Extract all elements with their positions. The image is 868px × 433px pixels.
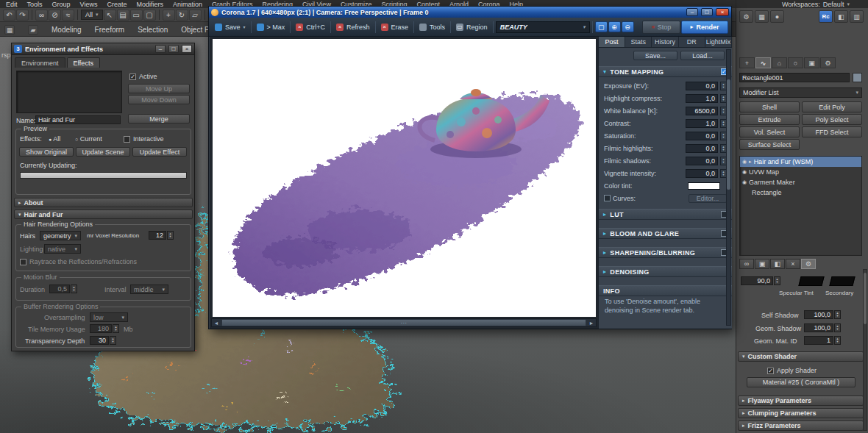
stack-item-uvw-map[interactable]: ◉ UVW Map <box>740 167 861 177</box>
material-editor-icon[interactable]: ◧ <box>834 10 848 23</box>
visibility-icon[interactable]: ◉ <box>742 159 747 165</box>
layer-manager-icon[interactable]: ▥ <box>850 10 864 23</box>
section-bloom-glare[interactable]: ▸ BLOOM AND GLARE <box>599 228 732 239</box>
ribbon-tab-modeling[interactable]: Modeling <box>51 26 82 34</box>
duration-spinner[interactable] <box>71 285 77 293</box>
zoom-fit-button[interactable]: ▢ <box>595 21 608 32</box>
radio-current[interactable]: ○ Current <box>75 135 102 143</box>
bind-spacewarp-icon[interactable]: ≈ <box>62 10 74 21</box>
tab-stats[interactable]: Stats <box>625 37 652 47</box>
refresh-button[interactable]: × Refresh <box>333 21 373 34</box>
render-setup-icon[interactable]: ⚙ <box>739 10 753 23</box>
apply-shader-checkbox[interactable]: Apply Shader <box>767 367 817 374</box>
modifier-button-ffd-select[interactable]: FFD Select <box>802 126 862 137</box>
highlight-compress-field[interactable]: 1,0 <box>686 94 718 103</box>
render-button[interactable]: ▸ Render <box>681 21 728 34</box>
transparency-spinner[interactable] <box>110 336 116 345</box>
effect-name-field[interactable]: Hair and Fur <box>35 115 121 124</box>
visibility-icon[interactable]: ◉ <box>742 169 747 175</box>
filmic-highlights-field[interactable]: 0,0 <box>686 144 718 153</box>
copy-button[interactable]: × Ctrl+C <box>293 21 328 34</box>
effects-listbox[interactable] <box>16 71 122 113</box>
section-info[interactable]: INFO <box>599 285 732 296</box>
send-to-max-button[interactable]: > Max <box>254 21 288 34</box>
saturation-field[interactable]: 0,0 <box>686 132 718 140</box>
geom-mat-id-field[interactable]: 1 <box>804 336 833 345</box>
modifier-button-poly-select[interactable]: Poly Select <box>802 114 862 125</box>
specular-value-field[interactable]: 90,0 <box>741 276 773 285</box>
select-rotate-icon[interactable]: ↻ <box>176 10 188 21</box>
secondary-swatch[interactable] <box>829 276 855 286</box>
tab-history[interactable]: History <box>652 37 678 47</box>
geom-shadow-field[interactable]: 100,0 <box>804 323 833 332</box>
transparency-depth-field[interactable]: 30 <box>90 336 109 345</box>
scroll-right-icon[interactable]: ► <box>587 319 596 326</box>
zoom-out-button[interactable]: ⊖ <box>622 21 634 32</box>
tab-environment[interactable]: Environment <box>15 57 65 68</box>
corona-badge-icon[interactable]: Rc <box>819 10 833 23</box>
configure-modifier-sets-icon[interactable]: ⚙ <box>801 259 816 269</box>
rollout-hair-and-fur[interactable]: ▾ Hair and Fur <box>14 210 193 219</box>
modifier-button-surface-select[interactable]: Surface Select <box>739 139 800 150</box>
workspaces-selector[interactable]: Workspaces: Default ▾ <box>736 0 868 8</box>
voxel-resolution-field[interactable]: 12 <box>149 231 166 240</box>
section-tone-mapping[interactable]: ▾ TONE MAPPING <box>599 66 732 77</box>
region-button[interactable]: ▭ Region <box>453 21 491 34</box>
object-color-swatch[interactable] <box>853 73 862 82</box>
lighting-dropdown[interactable]: native▾ <box>44 244 81 254</box>
ribbon-tab-selection[interactable]: Selection <box>138 26 168 34</box>
horizontal-scrollbar[interactable]: ◄ ⋯ ► <box>211 318 597 327</box>
geom-mat-id-spinner[interactable] <box>834 336 841 345</box>
pin-stack-icon[interactable]: ∞ <box>739 259 754 269</box>
selection-filter-dropdown[interactable]: All▾ <box>81 10 103 20</box>
update-scene-button[interactable]: Update Scene <box>76 147 130 157</box>
rollout-frizz-parameters[interactable]: ▸ Frizz Parameters <box>738 421 864 431</box>
chevron-right-icon[interactable]: ▸ <box>749 159 752 165</box>
voxel-spinner[interactable] <box>167 231 174 240</box>
modifier-button-vol-select[interactable]: Vol. Select <box>739 126 800 137</box>
object-name-field[interactable]: Rectangle001 <box>739 73 850 82</box>
tab-effects[interactable]: Effects <box>67 57 100 68</box>
modifier-button-shell[interactable]: Shell <box>739 101 800 112</box>
menu-modifiers[interactable]: Modifiers <box>136 1 163 8</box>
rollout-about[interactable]: ▸ About <box>14 198 193 207</box>
remove-modifier-icon[interactable]: × <box>786 259 800 269</box>
filmic-shadows-field[interactable]: 0,0 <box>686 157 718 165</box>
white-balance-field[interactable]: 6500,0 <box>686 107 718 115</box>
save-preset-button[interactable]: Save... <box>633 51 677 60</box>
section-denoising[interactable]: ▸ DENOISING <box>599 266 732 277</box>
rollout-flyaway-parameters[interactable]: ▸ Flyaway Parameters <box>738 396 864 406</box>
section-sharpening[interactable]: ▸ SHARPENING/BLURRING <box>599 247 732 258</box>
minimize-button[interactable]: – <box>686 8 698 16</box>
move-down-button[interactable]: Move Down <box>128 95 190 104</box>
stack-item-garment-maker[interactable]: ◉ Garment Maker <box>740 177 861 187</box>
render-production-icon[interactable]: ● <box>770 10 784 23</box>
menu-tools[interactable]: Tools <box>27 1 43 8</box>
rollout-custom-shader[interactable]: ▾ Custom Shader <box>738 351 864 362</box>
select-move-icon[interactable]: + <box>163 10 175 21</box>
tab-modify-icon[interactable]: ∿ <box>755 57 771 68</box>
exposure-field[interactable]: 0,0 <box>686 82 718 90</box>
visibility-icon[interactable]: ◉ <box>742 179 747 185</box>
interval-dropdown[interactable]: middle▾ <box>130 285 168 294</box>
load-preset-button[interactable]: Load... <box>680 51 725 60</box>
maximize-button[interactable]: □ <box>701 8 713 16</box>
rectangular-region-icon[interactable]: ▭ <box>130 10 143 21</box>
corona-titlebar[interactable]: Corona 1.7 | 640×480px (2:1) | Camera: F… <box>209 7 731 18</box>
raytrace-checkbox[interactable]: Raytrace the Reflections/Refractions <box>20 258 137 265</box>
tools-button[interactable]: Tools <box>416 21 448 34</box>
make-unique-icon[interactable]: ◧ <box>770 259 785 269</box>
menu-edit[interactable]: Edit <box>6 1 18 8</box>
tab-display-icon[interactable]: ▣ <box>804 57 819 68</box>
rendered-frame-window-icon[interactable]: ▦ <box>755 10 769 23</box>
zoom-in-button[interactable]: ⊕ <box>608 21 621 32</box>
modifier-button-edit-poly[interactable]: Edit Poly <box>802 101 862 112</box>
erase-button[interactable]: × Erase <box>378 21 412 34</box>
modifier-list-dropdown[interactable]: Modifier List▾ <box>739 87 862 98</box>
tab-motion-icon[interactable]: ○ <box>788 57 803 68</box>
self-shadow-field[interactable]: 100,0 <box>804 310 833 319</box>
scrollbar-thumb[interactable] <box>727 79 730 190</box>
stack-item-hair-and-fur[interactable]: ◉ ▸ Hair and Fur (WSM) <box>740 157 861 167</box>
geom-shadow-spinner[interactable] <box>834 323 841 332</box>
curves-checkbox[interactable] <box>604 195 611 201</box>
